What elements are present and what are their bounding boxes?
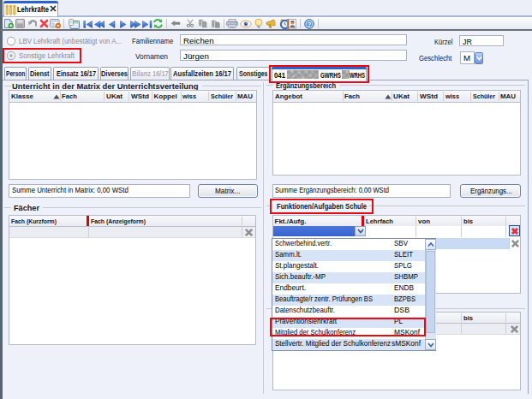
svg-text:?: ? [308, 20, 312, 27]
